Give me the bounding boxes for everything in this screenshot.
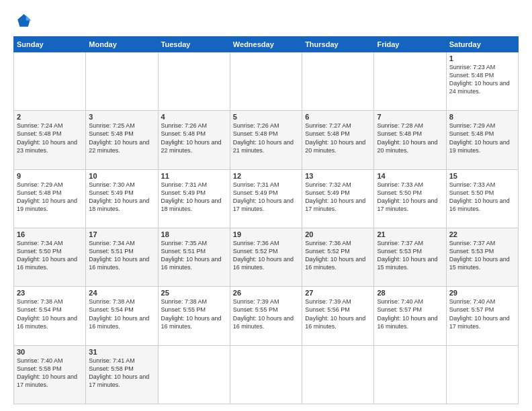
day-info: Sunrise: 7:37 AMSunset: 5:53 PMDaylight:… [377, 240, 437, 271]
calendar-cell: 8Sunrise: 7:29 AMSunset: 5:48 PMDaylight… [446, 111, 518, 169]
day-number: 13 [305, 172, 371, 180]
calendar-cell: 4Sunrise: 7:26 AMSunset: 5:48 PMDaylight… [158, 111, 230, 169]
calendar-cell [302, 52, 374, 111]
day-info: Sunrise: 7:36 AMSunset: 5:52 PMDaylight:… [233, 240, 294, 271]
day-info: Sunrise: 7:33 AMSunset: 5:50 PMDaylight:… [377, 181, 437, 212]
calendar-cell [158, 52, 230, 111]
day-info: Sunrise: 7:29 AMSunset: 5:48 PMDaylight:… [449, 122, 510, 153]
calendar-cell: 24Sunrise: 7:38 AMSunset: 5:54 PMDayligh… [86, 287, 158, 345]
calendar-cell: 3Sunrise: 7:25 AMSunset: 5:48 PMDaylight… [86, 111, 158, 169]
calendar-cell [158, 345, 230, 404]
day-info: Sunrise: 7:37 AMSunset: 5:53 PMDaylight:… [449, 240, 510, 271]
day-info: Sunrise: 7:35 AMSunset: 5:51 PMDaylight:… [161, 240, 222, 271]
weekday-header: Monday [86, 37, 158, 52]
day-info: Sunrise: 7:29 AMSunset: 5:48 PMDaylight:… [17, 181, 77, 212]
calendar-cell: 12Sunrise: 7:31 AMSunset: 5:49 PMDayligh… [230, 169, 302, 228]
day-info: Sunrise: 7:23 AMSunset: 5:48 PMDaylight:… [449, 64, 510, 95]
calendar-week-row: 1Sunrise: 7:23 AMSunset: 5:48 PMDaylight… [14, 52, 519, 111]
day-info: Sunrise: 7:38 AMSunset: 5:54 PMDaylight:… [17, 298, 77, 329]
day-info: Sunrise: 7:32 AMSunset: 5:49 PMDaylight:… [305, 181, 365, 212]
calendar-cell: 26Sunrise: 7:39 AMSunset: 5:55 PMDayligh… [230, 287, 302, 345]
weekday-header: Sunday [14, 37, 86, 52]
day-info: Sunrise: 7:27 AMSunset: 5:48 PMDaylight:… [305, 122, 365, 153]
day-number: 29 [449, 289, 515, 297]
day-number: 18 [161, 230, 227, 238]
day-info: Sunrise: 7:38 AMSunset: 5:54 PMDaylight:… [89, 298, 149, 329]
calendar-cell: 21Sunrise: 7:37 AMSunset: 5:53 PMDayligh… [374, 228, 446, 286]
logo-icon [13, 12, 32, 31]
day-number: 26 [233, 289, 299, 297]
day-number: 7 [377, 113, 443, 121]
calendar-cell [374, 52, 446, 111]
day-number: 16 [17, 230, 83, 238]
day-number: 2 [17, 113, 83, 121]
calendar-cell: 7Sunrise: 7:28 AMSunset: 5:48 PMDaylight… [374, 111, 446, 169]
day-info: Sunrise: 7:25 AMSunset: 5:48 PMDaylight:… [89, 122, 149, 153]
calendar-cell: 16Sunrise: 7:34 AMSunset: 5:50 PMDayligh… [14, 228, 86, 286]
calendar-cell: 18Sunrise: 7:35 AMSunset: 5:51 PMDayligh… [158, 228, 230, 286]
calendar-cell [230, 345, 302, 404]
calendar-cell: 30Sunrise: 7:40 AMSunset: 5:58 PMDayligh… [14, 345, 86, 404]
weekday-header: Friday [374, 37, 446, 52]
day-number: 15 [449, 172, 515, 180]
day-number: 11 [161, 172, 227, 180]
day-number: 25 [161, 289, 227, 297]
calendar-cell [374, 345, 446, 404]
calendar-week-row: 30Sunrise: 7:40 AMSunset: 5:58 PMDayligh… [14, 345, 519, 404]
calendar-cell: 22Sunrise: 7:37 AMSunset: 5:53 PMDayligh… [446, 228, 518, 286]
weekday-header: Tuesday [158, 37, 230, 52]
calendar-cell [302, 345, 374, 404]
calendar-cell: 23Sunrise: 7:38 AMSunset: 5:54 PMDayligh… [14, 287, 86, 345]
day-info: Sunrise: 7:26 AMSunset: 5:48 PMDaylight:… [233, 122, 294, 153]
day-number: 19 [233, 230, 299, 238]
page: SundayMondayTuesdayWednesdayThursdayFrid… [0, 0, 532, 411]
calendar-cell: 13Sunrise: 7:32 AMSunset: 5:49 PMDayligh… [302, 169, 374, 228]
day-number: 14 [377, 172, 443, 180]
day-info: Sunrise: 7:30 AMSunset: 5:49 PMDaylight:… [89, 181, 149, 212]
day-info: Sunrise: 7:34 AMSunset: 5:50 PMDaylight:… [17, 240, 77, 271]
day-number: 6 [305, 113, 371, 121]
calendar-cell: 14Sunrise: 7:33 AMSunset: 5:50 PMDayligh… [374, 169, 446, 228]
calendar-week-row: 9Sunrise: 7:29 AMSunset: 5:48 PMDaylight… [14, 169, 519, 228]
day-info: Sunrise: 7:38 AMSunset: 5:55 PMDaylight:… [161, 298, 222, 329]
day-number: 17 [89, 230, 154, 238]
calendar-cell: 25Sunrise: 7:38 AMSunset: 5:55 PMDayligh… [158, 287, 230, 345]
calendar-table: SundayMondayTuesdayWednesdayThursdayFrid… [13, 36, 519, 404]
day-info: Sunrise: 7:40 AMSunset: 5:58 PMDaylight:… [17, 357, 77, 388]
calendar-cell: 19Sunrise: 7:36 AMSunset: 5:52 PMDayligh… [230, 228, 302, 286]
calendar-cell: 11Sunrise: 7:31 AMSunset: 5:49 PMDayligh… [158, 169, 230, 228]
calendar-cell: 31Sunrise: 7:41 AMSunset: 5:58 PMDayligh… [86, 345, 158, 404]
day-info: Sunrise: 7:39 AMSunset: 5:55 PMDaylight:… [233, 298, 294, 329]
day-info: Sunrise: 7:41 AMSunset: 5:58 PMDaylight:… [89, 357, 149, 388]
day-info: Sunrise: 7:31 AMSunset: 5:49 PMDaylight:… [233, 181, 294, 212]
calendar-cell [14, 52, 86, 111]
day-info: Sunrise: 7:40 AMSunset: 5:57 PMDaylight:… [449, 298, 510, 329]
day-number: 8 [449, 113, 515, 121]
day-number: 10 [89, 172, 154, 180]
svg-marker-1 [26, 15, 32, 21]
day-info: Sunrise: 7:28 AMSunset: 5:48 PMDaylight:… [377, 122, 437, 153]
calendar-cell: 20Sunrise: 7:36 AMSunset: 5:52 PMDayligh… [302, 228, 374, 286]
calendar-cell: 28Sunrise: 7:40 AMSunset: 5:57 PMDayligh… [374, 287, 446, 345]
day-number: 12 [233, 172, 299, 180]
calendar-cell: 1Sunrise: 7:23 AMSunset: 5:48 PMDaylight… [446, 52, 518, 111]
day-info: Sunrise: 7:33 AMSunset: 5:50 PMDaylight:… [449, 181, 510, 212]
calendar-cell: 9Sunrise: 7:29 AMSunset: 5:48 PMDaylight… [14, 169, 86, 228]
weekday-header: Wednesday [230, 37, 302, 52]
header [13, 12, 519, 31]
day-info: Sunrise: 7:34 AMSunset: 5:51 PMDaylight:… [89, 240, 149, 271]
calendar-cell: 27Sunrise: 7:39 AMSunset: 5:56 PMDayligh… [302, 287, 374, 345]
day-info: Sunrise: 7:39 AMSunset: 5:56 PMDaylight:… [305, 298, 365, 329]
day-info: Sunrise: 7:24 AMSunset: 5:48 PMDaylight:… [17, 122, 77, 153]
day-number: 23 [17, 289, 83, 297]
calendar-cell [86, 52, 158, 111]
day-number: 21 [377, 230, 443, 238]
calendar-cell: 15Sunrise: 7:33 AMSunset: 5:50 PMDayligh… [446, 169, 518, 228]
calendar-week-row: 2Sunrise: 7:24 AMSunset: 5:48 PMDaylight… [14, 111, 519, 169]
day-number: 20 [305, 230, 371, 238]
day-info: Sunrise: 7:26 AMSunset: 5:48 PMDaylight:… [161, 122, 222, 153]
day-number: 4 [161, 113, 227, 121]
calendar-cell [446, 345, 518, 404]
calendar-week-row: 23Sunrise: 7:38 AMSunset: 5:54 PMDayligh… [14, 287, 519, 345]
day-number: 1 [449, 54, 515, 62]
